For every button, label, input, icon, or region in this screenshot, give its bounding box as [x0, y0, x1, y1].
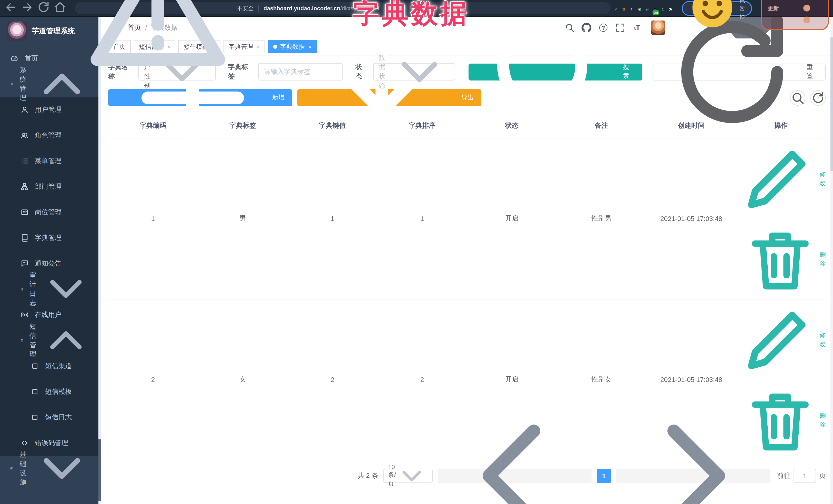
address-bar[interactable]: 不安全 dashboard.yudao.iocoder.cn /dict/typ… — [75, 2, 611, 14]
extension-check[interactable] — [638, 4, 641, 13]
sidebar-item-label: 字典管理 — [35, 233, 62, 242]
reload-icon — [37, 1, 50, 16]
menu-list-icon — [21, 157, 29, 165]
sidebar-item-sms[interactable]: 短信管理 — [0, 328, 101, 353]
reset-button[interactable]: 重置 — [652, 63, 826, 80]
cell-label: 女 — [198, 299, 288, 460]
sidebar-item-infrastructure[interactable]: 基础设施 — [0, 456, 101, 481]
annotation-title: 字典数据 — [353, 0, 470, 32]
shield-icon — [21, 336, 23, 344]
user-icon — [21, 105, 29, 114]
extension-bars[interactable] — [646, 4, 649, 13]
search-submit-button[interactable]: 搜索 — [469, 63, 642, 80]
pagination-total: 共 2 条 — [358, 471, 378, 480]
sidebar-item-label: 短信模板 — [45, 387, 72, 396]
edit-link[interactable]: 修改 — [736, 299, 826, 381]
goto-page-input[interactable]: 1 — [793, 469, 816, 483]
extension-figure[interactable] — [661, 4, 664, 13]
org-tree-icon — [21, 183, 29, 191]
trash-icon — [742, 221, 818, 297]
code-icon — [21, 439, 29, 447]
next-page-button[interactable] — [616, 469, 770, 483]
bookmark-star-button[interactable] — [615, 4, 618, 13]
browser-update-button[interactable]: 更新 — [763, 2, 784, 14]
browser-home-button[interactable] — [53, 2, 67, 15]
sidebar-item-departments[interactable]: 部门管理 — [0, 174, 101, 199]
status-select[interactable]: 数据状态 — [373, 63, 455, 80]
dict-label-input[interactable]: 请输入字典标签 — [258, 63, 343, 80]
extension-gem[interactable] — [630, 4, 633, 13]
sidebar-menu: 首页 系统管理 用户管理 角色管理 菜单管理 — [0, 46, 101, 481]
pencil-icon — [736, 299, 818, 381]
browser-reload-button[interactable] — [37, 2, 50, 15]
audit-doc-icon — [21, 285, 23, 293]
sidebar-item-dict[interactable]: 字典管理 — [0, 225, 101, 251]
extensions-menu-button[interactable] — [669, 4, 672, 13]
browser-menu-button[interactable] — [786, 0, 827, 29]
monitor-icon — [10, 464, 14, 473]
delete-label: 删除 — [820, 251, 826, 268]
page-size-select[interactable]: 10条/页 — [383, 469, 433, 483]
pagination-goto: 前往 1 页 — [777, 469, 826, 483]
delete-link[interactable]: 删除 — [742, 221, 826, 297]
sidebar-item-label: 岗位管理 — [35, 208, 62, 217]
dashboard-icon — [10, 54, 19, 63]
extension-orange[interactable] — [622, 4, 625, 13]
emoji-avatar-icon — [689, 0, 736, 32]
paused-label: 已暂停 — [739, 0, 745, 20]
gem-icon — [630, 4, 633, 13]
sidebar-item-menus[interactable]: 菜单管理 — [0, 148, 101, 174]
kebab-icon — [786, 0, 827, 29]
sidebar-item-roles[interactable]: 角色管理 — [0, 123, 101, 148]
angle-right-icon — [616, 399, 770, 504]
profile-paused-chip[interactable]: 已暂停 — [684, 2, 750, 14]
main-area: 首页 / 字典数据 ? tT 首页 — [101, 17, 833, 504]
postcard-icon — [21, 208, 29, 216]
toggle-search-button[interactable] — [790, 90, 805, 105]
page-number-label: 1 — [602, 472, 606, 480]
page-size-value: 10条/页 — [388, 463, 396, 488]
sidebar-scrollbar[interactable] — [98, 17, 101, 504]
sidebar-item-label: 短信日志 — [45, 413, 72, 422]
cell-code: 2 — [108, 299, 198, 460]
sidebar-item-label: 菜单管理 — [35, 157, 62, 166]
chevron-down-icon — [30, 438, 93, 500]
chevron-down-icon — [396, 460, 428, 492]
sidebar-item-posts[interactable]: 岗位管理 — [0, 199, 101, 225]
page-number-1[interactable]: 1 — [597, 469, 611, 483]
book-icon — [21, 234, 29, 242]
prev-page-button[interactable] — [438, 469, 592, 483]
app-square-icon — [31, 362, 39, 370]
cell-remark: 性别男 — [557, 138, 646, 299]
toolbar-right-actions — [790, 90, 826, 105]
url-domain: dashboard.yudao.iocoder.cn — [263, 5, 340, 11]
cell-actions: 修改 删除 — [736, 138, 826, 299]
goto-label: 前往 — [777, 471, 790, 480]
status-placeholder: 数据状态 — [379, 53, 389, 90]
sidebar-item-label: 审计日志 — [29, 271, 39, 308]
sidebar-item-sms-template[interactable]: 短信模板 — [0, 379, 101, 405]
sidebar-item-sms-log[interactable]: 短信日志 — [0, 405, 101, 430]
page-scrollbar-thumb[interactable] — [830, 38, 833, 171]
update-label: 更新 — [768, 4, 779, 12]
users-icon — [21, 131, 29, 140]
edit-label: 修改 — [819, 170, 826, 188]
sidebar-scrollbar-thumb[interactable] — [98, 439, 101, 501]
app-square-icon — [31, 413, 39, 422]
forward-icon — [21, 1, 34, 16]
browser-back-button[interactable] — [4, 2, 18, 15]
sidebar-item-audit-log[interactable]: 审计日志 — [0, 277, 101, 302]
page-scrollbar[interactable] — [830, 17, 833, 504]
chevron-up-icon — [39, 314, 93, 367]
edit-link[interactable]: 修改 — [736, 138, 826, 220]
broadcast-icon — [21, 311, 29, 319]
dict-label-placeholder: 请输入字典标签 — [264, 67, 311, 76]
browser-forward-button[interactable] — [21, 2, 34, 15]
security-indicator[interactable]: 不安全 — [81, 0, 254, 85]
refresh-table-button[interactable] — [810, 90, 826, 105]
screen: 不安全 dashboard.yudao.iocoder.cn /dict/typ… — [0, 0, 833, 504]
app-square-icon — [31, 388, 39, 396]
search-button-label: 搜索 — [623, 63, 634, 80]
extension-switch[interactable]: on — [653, 4, 657, 13]
paused-annotation-ring: 已暂停 — [682, 1, 752, 16]
